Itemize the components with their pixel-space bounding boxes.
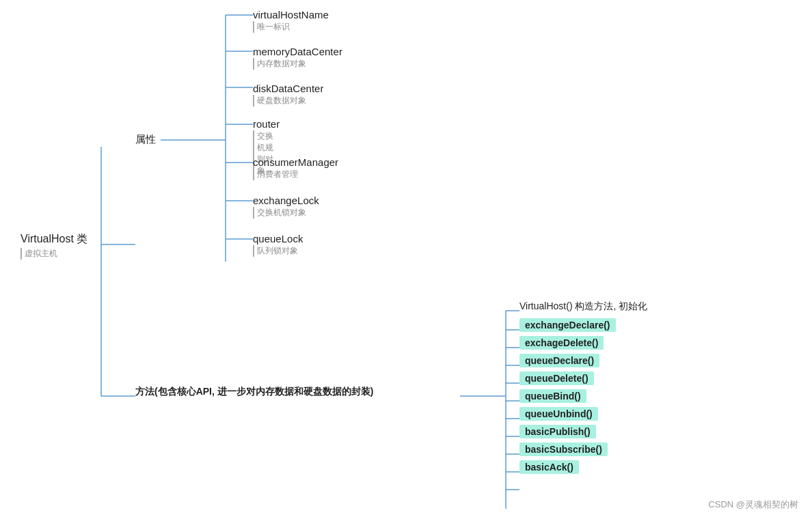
shuxing-label: 属性 [135, 133, 156, 146]
attr-diskDataCenter: diskDataCenter 硬盘数据对象 [253, 83, 323, 107]
virtualhost-label: VirtualHost 类 [21, 232, 87, 247]
method-label-basicPublish: basicPublish() [519, 425, 596, 438]
method-queueDelete: queueDelete() [519, 371, 594, 385]
attr-name-exchangeLock: exchangeLock [253, 195, 319, 206]
fangfa-node: 方法(包含核心API, 进一步对内存数据和硬盘数据的封装) [135, 386, 373, 398]
attr-desc-memoryDataCenter: 内存数据对象 [253, 58, 342, 70]
attr-name-diskDataCenter: diskDataCenter [253, 83, 323, 94]
attr-name-consumerManager: consumerManager [253, 156, 338, 168]
attr-consumerManager: consumerManager 消费者管理 [253, 156, 338, 180]
method-queueDeclare: queueDeclare() [519, 354, 599, 367]
watermark: CSDN @灵魂相契的树 [708, 499, 798, 511]
method-basicAck: basicAck() [519, 460, 579, 474]
attr-desc-diskDataCenter: 硬盘数据对象 [253, 95, 323, 107]
method-exchageDelete: exchageDelete() [519, 336, 604, 350]
attr-memoryDataCenter: memoryDataCenter 内存数据对象 [253, 46, 342, 70]
attr-desc-exchangeLock: 交换机锁对象 [253, 207, 319, 219]
method-label-basicSubscribe: basicSubscribe() [519, 443, 608, 456]
method-label-queueUnbind: queueUnbind() [519, 407, 598, 421]
method-exchangeDeclare: exchangeDeclare() [519, 318, 616, 332]
method-basicSubscribe: basicSubscribe() [519, 443, 608, 456]
attr-name-virtualHostName: virtualHostName [253, 9, 329, 20]
method-label-exchangeDeclare: exchangeDeclare() [519, 318, 616, 332]
method-label-queueDelete: queueDelete() [519, 371, 594, 385]
attr-name-queueLock: queueLock [253, 233, 303, 244]
virtualhost-sublabel: 虚拟主机 [21, 248, 87, 260]
attr-name-router: router [253, 118, 280, 130]
fangfa-label: 方法(包含核心API, 进一步对内存数据和硬盘数据的封装) [135, 386, 373, 398]
attr-name-memoryDataCenter: memoryDataCenter [253, 46, 342, 57]
attr-desc-queueLock: 队列锁对象 [253, 245, 303, 257]
method-basicPublish: basicPublish() [519, 425, 596, 438]
attr-virtualHostName: virtualHostName 唯一标识 [253, 9, 329, 33]
method-queueUnbind: queueUnbind() [519, 407, 598, 421]
attr-desc-virtualHostName: 唯一标识 [253, 21, 329, 33]
method-queueBind: queueBind() [519, 389, 586, 403]
method-title: VirtualHost() 构造方法, 初始化 [519, 300, 647, 313]
attr-desc-consumerManager: 消费者管理 [253, 169, 338, 180]
shuxing-node: 属性 [135, 133, 156, 146]
attr-exchangeLock: exchangeLock 交换机锁对象 [253, 195, 319, 219]
method-label-queueDeclare: queueDeclare() [519, 354, 599, 367]
virtualhost-node: VirtualHost 类 虚拟主机 [21, 232, 87, 260]
attr-queueLock: queueLock 队列锁对象 [253, 233, 303, 257]
method-label-exchageDelete: exchageDelete() [519, 336, 604, 350]
method-label-basicAck: basicAck() [519, 460, 579, 474]
method-label-queueBind: queueBind() [519, 389, 586, 403]
